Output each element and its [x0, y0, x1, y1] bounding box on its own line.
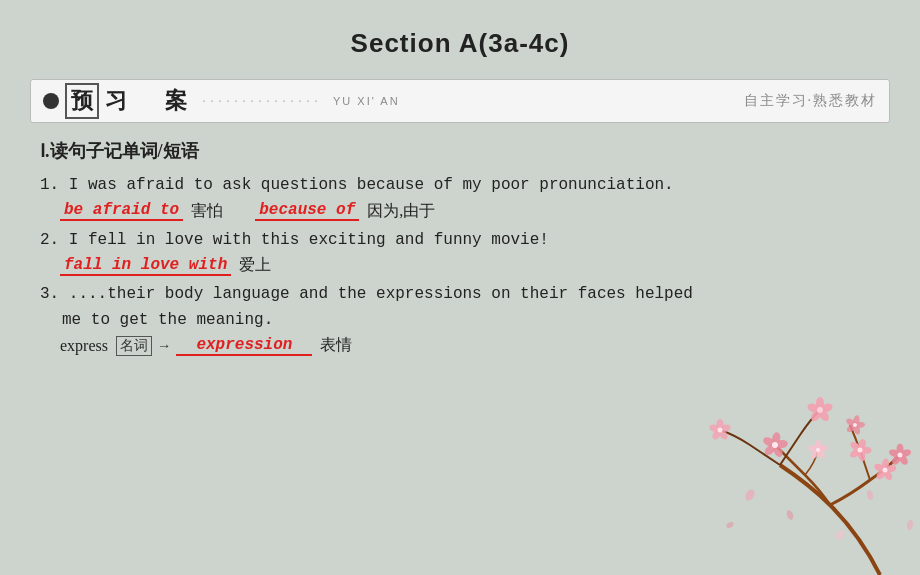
svg-point-49: [785, 509, 794, 520]
vocab-pos-label: 名词: [116, 336, 152, 356]
banner-yu-char: 预: [65, 83, 99, 119]
svg-point-48: [744, 488, 757, 502]
title-area: Section A(3a-4c): [0, 0, 920, 69]
page-title: Section A(3a-4c): [351, 28, 570, 58]
sentence-block-1: 1. I was afraid to ask questions because…: [40, 173, 880, 222]
sentence-2-text: 2. I fell in love with this exciting and…: [40, 228, 880, 254]
svg-point-47: [883, 468, 888, 473]
sentence-3-text2: me to get the meaning.: [40, 308, 880, 334]
svg-point-51: [866, 489, 874, 500]
content-area: Ⅰ.读句子记单词/短语 1. I was afraid to ask quest…: [0, 131, 920, 356]
svg-point-11: [898, 453, 903, 458]
svg-point-5: [817, 407, 823, 413]
vocab-line-3: express 名词 → expression 表情: [40, 335, 880, 356]
vocab-chinese-1a: 害怕: [191, 201, 223, 222]
svg-point-53: [906, 520, 914, 531]
sentence-1-content: I was afraid to ask questions because of…: [69, 176, 674, 194]
sentence-block-3: 3. ....their body language and the expre…: [40, 282, 880, 356]
vocab-chinese-1b: 因为,由于: [367, 201, 435, 222]
sentence-2-number: 2.: [40, 231, 59, 249]
vocab-line-2: fall in love with 爱上: [40, 255, 880, 276]
banner-left: 预 习 案 ··············· YU XI' AN: [43, 83, 400, 119]
banner-right-text: 自主学习·熟悉教材: [744, 92, 878, 110]
vocab-expression-chinese: 表情: [320, 335, 352, 356]
sentence-1-text: 1. I was afraid to ask questions because…: [40, 173, 880, 199]
vocab-line-1: be afraid to 害怕 because of 因为,由于: [40, 201, 880, 222]
svg-point-50: [834, 529, 847, 542]
banner-xi-an-chars: 习 案: [105, 86, 195, 116]
svg-point-35: [816, 448, 820, 452]
banner-dots: ···············: [201, 96, 321, 107]
vocab-phrase-1b: because of: [255, 201, 359, 221]
vocab-chinese-2a: 爱上: [239, 255, 271, 276]
sentence-3-number: 3.: [40, 285, 59, 303]
vocab-phrase-2a: fall in love with: [60, 256, 231, 276]
cherry-blossom-decoration: [700, 395, 920, 575]
page-container: Section A(3a-4c) 预 习 案 ··············· Y…: [0, 0, 920, 575]
sentence-3-content: ....their body language and the expressi…: [69, 285, 693, 303]
vocab-arrow-icon: →: [160, 338, 168, 354]
svg-point-17: [858, 448, 863, 453]
svg-point-52: [725, 521, 734, 529]
sentence-block-2: 2. I fell in love with this exciting and…: [40, 228, 880, 277]
banner-pinyin: YU XI' AN: [333, 95, 400, 107]
header-banner: 预 习 案 ··············· YU XI' AN 自主学习·熟悉教…: [30, 79, 890, 123]
svg-point-29: [718, 428, 723, 433]
sentence-1-number: 1.: [40, 176, 59, 194]
sentence-3-text: 3. ....their body language and the expre…: [40, 282, 880, 308]
sentence-2-content: I fell in love with this exciting and fu…: [69, 231, 549, 249]
banner-dot-icon: [43, 93, 59, 109]
section1-label: Ⅰ.读句子记单词/短语: [40, 139, 880, 163]
vocab-express-word: express: [60, 337, 108, 355]
vocab-phrase-1a: be afraid to: [60, 201, 183, 221]
svg-point-41: [853, 423, 857, 427]
svg-point-23: [772, 442, 778, 448]
vocab-expression-answer: expression: [176, 336, 312, 356]
